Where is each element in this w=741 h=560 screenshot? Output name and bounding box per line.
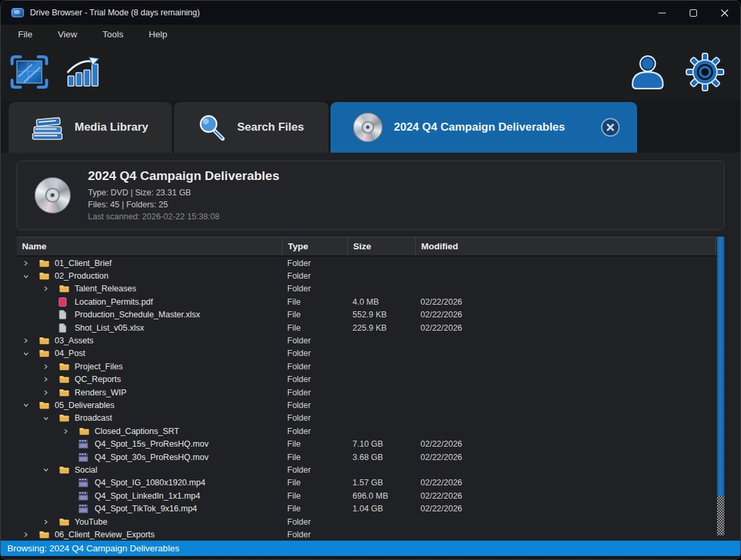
- scrollbar-track[interactable]: [717, 496, 724, 535]
- disc-icon-large: [35, 177, 71, 213]
- chevron-down-icon[interactable]: [23, 351, 39, 357]
- type-cell: Folder: [282, 271, 347, 281]
- close-x-icon: [606, 123, 614, 131]
- file-name: Location_Permits.pdf: [75, 297, 153, 307]
- column-header-size[interactable]: Size: [347, 237, 415, 255]
- table-row[interactable]: BroadcastFolder: [17, 412, 724, 425]
- chevron-right-icon[interactable]: [23, 337, 39, 344]
- chevron-right-icon[interactable]: [23, 531, 39, 538]
- type-cell: File: [282, 439, 347, 449]
- statistics-icon[interactable]: [66, 56, 102, 88]
- search-icon: [197, 113, 226, 142]
- table-row[interactable]: Location_Permits.pdfFile4.0 MB02/22/2026: [17, 295, 724, 308]
- tab-media-library[interactable]: Media Library: [9, 102, 172, 153]
- menu-view[interactable]: View: [58, 29, 77, 39]
- minimize-icon: [658, 13, 666, 13]
- vertical-scrollbar[interactable]: [717, 237, 724, 540]
- chevron-right-icon[interactable]: [43, 376, 59, 383]
- screen-capture-icon[interactable]: [10, 55, 49, 89]
- table-row[interactable]: Closed_Captions_SRTFolder: [17, 425, 724, 437]
- menu-bar: File View Tools Help: [1, 25, 740, 43]
- table-row[interactable]: 04_PostFolder: [17, 347, 724, 360]
- tab-label: Media Library: [75, 121, 149, 134]
- chevron-right-icon[interactable]: [43, 389, 59, 396]
- chevron-down-icon[interactable]: [23, 273, 39, 279]
- table-row[interactable]: Renders_WIPFolder: [17, 386, 724, 399]
- menu-help[interactable]: Help: [149, 29, 167, 39]
- folder-icon: [39, 349, 51, 358]
- chevron-right-icon[interactable]: [23, 260, 39, 267]
- chevron-down-icon[interactable]: [43, 415, 59, 421]
- books-icon: [31, 114, 63, 141]
- size-cell: 225.9 KB: [347, 323, 415, 333]
- app-window: Drive Browser - Trial Mode (8 days remai…: [0, 0, 741, 560]
- size-cell: 3.68 GB: [347, 453, 415, 462]
- name-cell: Q4_Spot_15s_ProResHQ.mov: [17, 439, 282, 449]
- type-cell: Folder: [282, 284, 347, 293]
- column-header-type[interactable]: Type: [282, 237, 347, 255]
- name-cell: 05_Deliverables: [17, 401, 282, 410]
- folder-icon: [59, 517, 71, 527]
- file-name: Shot_List_v05.xlsx: [75, 323, 144, 333]
- table-row[interactable]: Talent_ReleasesFolder: [17, 283, 724, 295]
- minimize-button[interactable]: [646, 1, 678, 25]
- settings-gear-icon[interactable]: [684, 53, 726, 91]
- table-row[interactable]: YouTubeFolder: [17, 515, 724, 528]
- tab-label: 2024 Q4 Campaign Deliverables: [394, 121, 565, 134]
- table-row[interactable]: 03_AssetsFolder: [17, 334, 724, 347]
- window-title: Drive Browser - Trial Mode (8 days remai…: [30, 8, 200, 17]
- type-cell: Folder: [282, 465, 347, 475]
- type-cell: Folder: [282, 401, 347, 410]
- file-name: 06_Client_Review_Exports: [55, 530, 155, 539]
- table-row[interactable]: 06_Client_Review_ExportsFolder: [17, 528, 724, 540]
- file-name: Production_Schedule_Master.xlsx: [75, 310, 200, 319]
- user-profile-icon[interactable]: [628, 53, 667, 91]
- size-cell: 4.0 MB: [347, 297, 415, 307]
- tab-campaign-deliverables[interactable]: 2024 Q4 Campaign Deliverables: [331, 102, 637, 153]
- chevron-down-icon[interactable]: [43, 467, 59, 473]
- status-text: Browsing: 2024 Q4 Campaign Deliverables: [7, 543, 179, 553]
- table-row[interactable]: Shot_List_v05.xlsxFile225.9 KB02/22/2026: [17, 321, 724, 334]
- modified-cell: 02/22/2026: [415, 297, 724, 307]
- chevron-down-icon[interactable]: [23, 402, 39, 408]
- file-name: 04_Post: [55, 349, 85, 358]
- chevron-right-icon[interactable]: [63, 428, 79, 435]
- file-name: Q4_Spot_LinkedIn_1x1.mp4: [95, 491, 200, 501]
- table-row[interactable]: Q4_Spot_LinkedIn_1x1.mp4File696.0 MB02/2…: [17, 489, 724, 502]
- name-cell: Broadcast: [17, 413, 282, 423]
- table-row[interactable]: Q4_Spot_IG_1080x1920.mp4File1.57 GB02/22…: [17, 477, 724, 489]
- menu-tools[interactable]: Tools: [103, 29, 124, 39]
- maximize-button[interactable]: [678, 1, 709, 25]
- table-row[interactable]: Q4_Spot_TikTok_9x16.mp4File1.04 GB02/22/…: [17, 502, 724, 515]
- name-cell: Social: [17, 465, 282, 475]
- column-header-name[interactable]: Name: [17, 237, 282, 255]
- table-row[interactable]: SocialFolder: [17, 463, 724, 476]
- scrollbar-thumb[interactable]: [717, 237, 724, 496]
- name-cell: Shot_List_v05.xlsx: [17, 323, 282, 333]
- table-row[interactable]: 05_DeliverablesFolder: [17, 399, 724, 411]
- table-row[interactable]: 01_Client_BriefFolder: [17, 257, 724, 269]
- tree-body: 01_Client_BriefFolder02_ProductionFolder…: [17, 257, 724, 540]
- table-row[interactable]: Q4_Spot_30s_ProResHQ.movFile3.68 GB02/22…: [17, 451, 724, 463]
- folder-icon: [59, 284, 71, 293]
- file-name: YouTube: [75, 517, 107, 527]
- folder-icon: [59, 413, 71, 423]
- close-button[interactable]: [709, 1, 740, 25]
- file-name: Broadcast: [75, 413, 112, 423]
- chevron-right-icon[interactable]: [43, 519, 59, 525]
- table-row[interactable]: Production_Schedule_Master.xlsxFile552.9…: [17, 309, 724, 321]
- file-name: Q4_Spot_TikTok_9x16.mp4: [95, 504, 197, 513]
- table-row[interactable]: Q4_Spot_15s_ProResHQ.movFile7.10 GB02/22…: [17, 437, 724, 450]
- name-cell: QC_Reports: [17, 375, 282, 384]
- column-header-modified[interactable]: Modified: [415, 237, 716, 255]
- table-row[interactable]: QC_ReportsFolder: [17, 373, 724, 386]
- tab-close-button[interactable]: [601, 118, 620, 137]
- menu-file[interactable]: File: [18, 29, 33, 39]
- file-name: Closed_Captions_SRT: [95, 427, 179, 436]
- tab-search-files[interactable]: Search Files: [174, 102, 329, 153]
- chevron-right-icon[interactable]: [43, 285, 59, 292]
- chevron-right-icon[interactable]: [43, 363, 59, 370]
- table-row[interactable]: 02_ProductionFolder: [17, 269, 724, 282]
- size-cell: 1.04 GB: [347, 504, 415, 513]
- table-row[interactable]: Project_FilesFolder: [17, 360, 724, 373]
